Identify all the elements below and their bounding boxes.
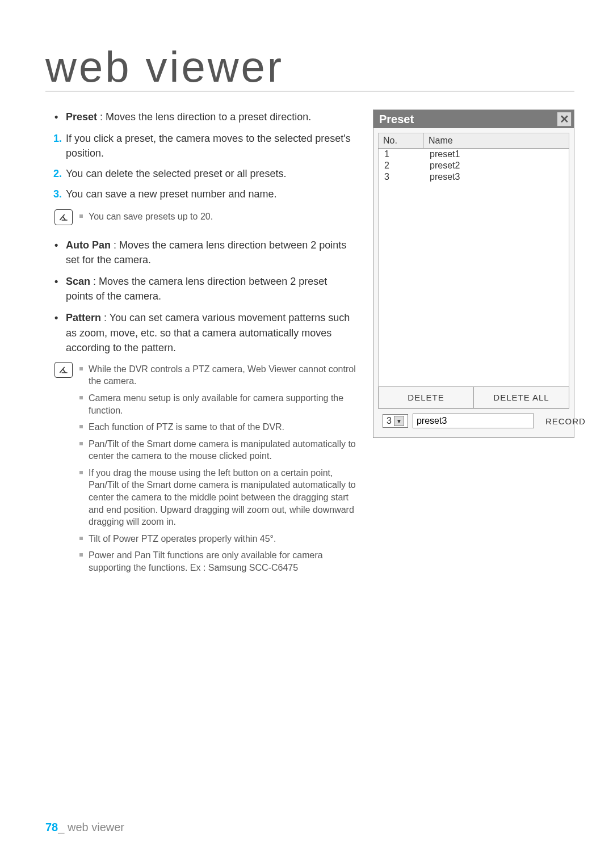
cell-name: preset2 — [424, 160, 569, 171]
note-icon — [54, 362, 73, 378]
note-block-2: While the DVR controls a PTZ camera, Web… — [45, 363, 357, 579]
preset-panel-title: Preset — [379, 113, 414, 126]
content-column: Preset : Moves the lens direction to a p… — [45, 109, 357, 589]
bullet-list-2: Auto Pan : Moves the camera lens directi… — [45, 238, 357, 355]
note-item: Tilt of Power PTZ operates properly with… — [79, 533, 357, 545]
bullet-pattern: Pattern : You can set camera various mov… — [66, 310, 357, 355]
preset-panel-header: Preset ✕ — [373, 110, 574, 128]
page-title: web viewer — [45, 45, 574, 91]
term: Preset — [66, 111, 97, 123]
step-1: 1.If you click a preset, the camera move… — [66, 131, 357, 161]
page-footer: 78_ web viewer — [45, 821, 124, 834]
close-button[interactable]: ✕ — [557, 112, 572, 127]
cell-no: 1 — [379, 149, 424, 160]
note-block-1: You can save presets up to 20. — [45, 210, 357, 227]
dropdown-value: 3 — [387, 416, 392, 426]
desc: : You can set camera various movement pa… — [66, 312, 350, 353]
bullet-autopan: Auto Pan : Moves the camera lens directi… — [66, 238, 357, 267]
table-row[interactable]: 3preset3 — [379, 171, 569, 183]
desc: : Moves the camera lens direction betwee… — [66, 276, 327, 302]
preset-table-body[interactable]: 1preset12preset23preset3 — [378, 149, 569, 387]
bullet-list-1: Preset : Moves the lens direction to a p… — [45, 109, 357, 124]
step-text: If you click a preset, the camera moves … — [66, 133, 351, 159]
step-text: You can save a new preset number and nam… — [66, 188, 277, 200]
term: Pattern — [66, 312, 101, 323]
bullet-scan: Scan : Moves the camera lens direction b… — [66, 274, 357, 304]
cell-name: preset1 — [424, 149, 569, 160]
footer-section: web viewer — [68, 821, 124, 833]
chevron-down-icon: ▼ — [394, 416, 404, 426]
table-row[interactable]: 1preset1 — [379, 149, 569, 160]
preset-table-header: No. Name — [378, 133, 569, 149]
delete-all-button[interactable]: DELETE ALL — [474, 387, 569, 408]
record-button[interactable]: RECORD — [539, 414, 593, 428]
delete-button[interactable]: DELETE — [379, 387, 474, 408]
numbered-steps: 1.If you click a preset, the camera move… — [45, 131, 357, 201]
note-item: You can save presets up to 20. — [79, 210, 213, 223]
note-item: Camera menu setup is only available for … — [79, 392, 357, 416]
note-item: If you drag the mouse using the left but… — [79, 467, 357, 528]
col-header-name: Name — [424, 133, 569, 149]
preset-panel: Preset ✕ No. Name 1preset12preset23prese… — [373, 109, 574, 438]
bullet-preset: Preset : Moves the lens direction to a p… — [66, 109, 357, 124]
footer-sep: _ — [58, 821, 68, 833]
step-3: 3.You can save a new preset number and n… — [66, 187, 357, 201]
page-number: 78 — [45, 821, 58, 833]
note-item: Pan/Tilt of the Smart dome camera is man… — [79, 438, 357, 462]
term: Auto Pan — [66, 239, 111, 251]
step-text: You can delete the selected preset or al… — [66, 168, 287, 179]
preset-name-input[interactable] — [413, 414, 534, 428]
note-icon — [54, 209, 73, 225]
note-item: Power and Pan Tilt functions are only av… — [79, 549, 357, 574]
desc: : Moves the lens direction to a preset d… — [97, 111, 311, 123]
cell-no: 2 — [379, 160, 424, 171]
table-row[interactable]: 2preset2 — [379, 160, 569, 171]
cell-no: 3 — [379, 171, 424, 183]
note-item: Each function of PTZ is same to that of … — [79, 421, 357, 433]
term: Scan — [66, 276, 90, 287]
note-item: While the DVR controls a PTZ camera, Web… — [79, 363, 357, 387]
preset-number-dropdown[interactable]: 3 ▼ — [383, 414, 408, 428]
close-icon: ✕ — [560, 112, 569, 126]
step-2: 2.You can delete the selected preset or … — [66, 166, 357, 181]
cell-name: preset3 — [424, 171, 569, 183]
col-header-no: No. — [379, 133, 424, 149]
